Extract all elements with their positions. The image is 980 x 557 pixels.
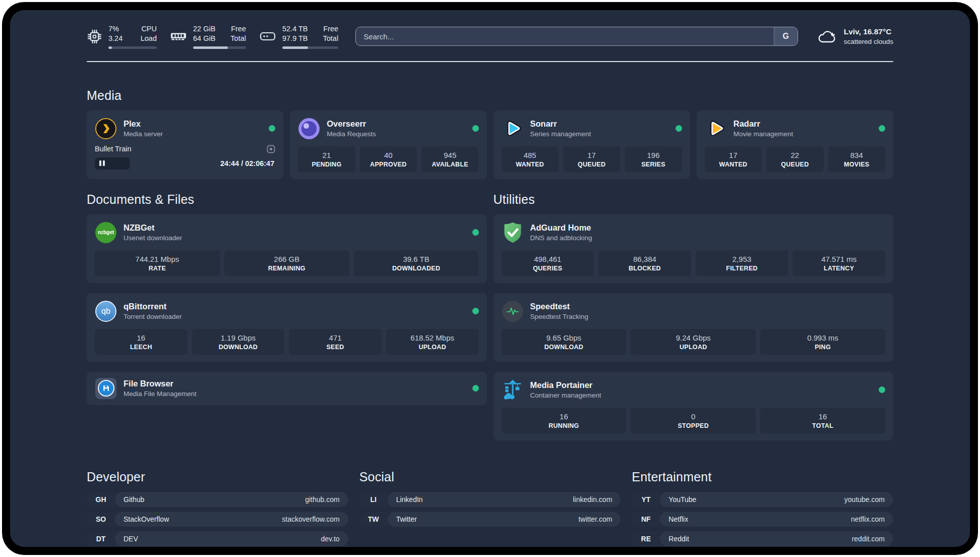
app-card-media-portainer[interactable]: Media Portainer Container management 16 … — [494, 372, 894, 440]
app-card-speedtest[interactable]: Speedtest Speedtest Tracking 9.65 Gbps D… — [494, 293, 894, 362]
search-input[interactable] — [355, 27, 798, 46]
app-card-nzbget[interactable]: nzbget NZBGet Usenet downloader 744.21 M… — [87, 214, 487, 283]
app-card-overseerr[interactable]: Overseerr Media Requests 21 PENDING 40 A… — [290, 110, 486, 179]
app-card-file-browser[interactable]: File Browser Media File Management — [87, 372, 487, 405]
bookmark-dev[interactable]: DT DEV dev.to — [87, 531, 348, 546]
app-description: DNS and adblocking — [530, 234, 592, 242]
bookmark-tag: DT — [87, 531, 115, 546]
app-description: Series management — [530, 130, 591, 138]
plex-icon — [95, 118, 116, 139]
app-card-adguard-home[interactable]: AdGuard Home DNS and adblocking 498,461 … — [494, 214, 894, 283]
radarr-icon — [705, 118, 727, 140]
section-title-developer: Developer — [87, 470, 348, 484]
app-name: Speedtest — [530, 302, 589, 311]
stat-tile: 9.65 Gbps DOWNLOAD — [502, 329, 627, 355]
adguard-icon — [502, 221, 524, 244]
bookmark-github[interactable]: GH Github github.com — [87, 492, 348, 507]
status-online-dot — [879, 386, 885, 393]
section-title-utilities: Utilities — [494, 192, 894, 207]
bookmark-tag: GH — [87, 492, 115, 507]
memory-total-label: Total — [230, 34, 246, 43]
portainer-icon — [502, 379, 524, 401]
bookmark-reddit[interactable]: RE Reddit reddit.com — [632, 531, 893, 546]
playback-progress-bar[interactable]: 24:44 / 02:06:47 — [95, 157, 275, 170]
session-device-icon[interactable] — [267, 145, 275, 153]
storage-free-label: Free — [323, 24, 338, 34]
header-divider — [87, 61, 893, 62]
memory-progress-fill — [193, 46, 228, 49]
bookmark-linkedin[interactable]: LI LinkedIn linkedin.com — [359, 492, 621, 507]
bookmark-tag: TW — [359, 512, 388, 527]
stat-tile: 471 SEED — [289, 329, 382, 355]
stat-tile: 16 TOTAL — [760, 408, 885, 433]
bookmark-url: twitter.com — [578, 515, 612, 523]
cpu-usage-value: 7% — [108, 24, 122, 34]
search-bar: G — [355, 27, 798, 46]
status-online-dot — [472, 125, 479, 132]
pause-icon — [99, 160, 105, 166]
stat-tile: 17 QUEUED — [563, 146, 620, 172]
section-media: Media Plex Media server — [87, 88, 893, 179]
stat-tile: 16 LEECH — [95, 329, 188, 355]
bookmark-name: StackOverflow — [124, 515, 169, 523]
status-online-dot — [472, 229, 479, 236]
section-utilities: Utilities — [494, 192, 894, 440]
stat-tile: 22 QUEUED — [766, 146, 823, 172]
bookmark-url: youtube.com — [844, 495, 885, 504]
stat-tile: 86,384 BLOCKED — [598, 250, 691, 276]
system-stat-cpu: 7% 3.24 CPU Load — [87, 24, 157, 49]
app-name: Sonarr — [530, 119, 591, 129]
header: 7% 3.24 CPU Load — [87, 24, 893, 49]
storage-total-label: Total — [323, 34, 339, 43]
bookmark-stackoverflow[interactable]: SO StackOverflow stackoverflow.com — [87, 512, 348, 527]
cloud-icon — [817, 29, 837, 44]
stat-tile: 2,953 FILTERED — [696, 250, 788, 276]
status-online-dot — [269, 125, 275, 132]
playback-time: 24:44 / 02:06:47 — [220, 159, 274, 168]
stat-tile: 0 STOPPED — [631, 408, 756, 433]
app-description: Media Requests — [327, 130, 376, 138]
status-online-dot — [879, 125, 885, 132]
memory-progress-track — [193, 46, 246, 49]
section-social: Social LI LinkedIn linkedin.com TW Twitt… — [359, 470, 621, 546]
file-browser-icon — [95, 378, 116, 399]
bookmark-tag: YT — [632, 492, 660, 507]
bookmark-name: Twitter — [396, 515, 417, 523]
app-card-sonarr[interactable]: Sonarr Series management 485 WANTED 17 Q… — [494, 110, 690, 179]
search-engine-button[interactable]: G — [774, 27, 798, 45]
bookmark-twitter[interactable]: TW Twitter twitter.com — [359, 512, 621, 527]
stat-tile: 485 WANTED — [502, 146, 559, 172]
app-description: Usenet downloader — [124, 234, 182, 242]
stat-tile: 196 SERIES — [625, 146, 682, 172]
section-developer: Developer GH Github github.com SO StackO… — [87, 470, 348, 546]
stat-tile: 16 RUNNING — [502, 408, 627, 433]
bookmark-netflix[interactable]: NF Netflix netflix.com — [632, 512, 893, 527]
storage-total-value: 97.9 TB — [282, 34, 308, 43]
sonarr-icon — [502, 118, 524, 140]
bookmark-name: Github — [124, 495, 144, 504]
bookmark-name: YouTube — [668, 495, 696, 504]
app-description: Container management — [530, 392, 601, 399]
app-card-radarr[interactable]: Radarr Movie management 17 WANTED 22 QUE… — [697, 110, 893, 179]
app-name: NZBGet — [124, 223, 182, 233]
speedtest-icon — [502, 301, 523, 322]
app-card-plex[interactable]: Plex Media server Bullet Train — [87, 110, 283, 179]
section-title-media: Media — [87, 88, 893, 103]
stat-tile: 618.52 Mbps UPLOAD — [386, 329, 479, 355]
weather-condition: scattered clouds — [844, 37, 893, 46]
cpu-progress-fill — [108, 46, 112, 49]
now-playing-title: Bullet Train — [95, 145, 132, 153]
bookmark-name: DEV — [124, 535, 138, 543]
stat-tile: 21 PENDING — [298, 146, 355, 172]
stat-tile: 744.21 Mbps RATE — [95, 250, 220, 276]
bookmark-tag: NF — [632, 512, 660, 527]
app-name: Overseerr — [327, 119, 376, 129]
bookmark-url: reddit.com — [852, 535, 885, 543]
storage-progress-track — [282, 46, 338, 49]
stat-tile: 1.19 Gbps DOWNLOAD — [192, 329, 285, 355]
bookmark-youtube[interactable]: YT YouTube youtube.com — [632, 492, 893, 507]
stat-tile: 17 WANTED — [705, 146, 762, 172]
section-title-documents: Documents & Files — [87, 192, 487, 207]
section-title-entertainment: Entertainment — [632, 470, 893, 484]
app-card-qbittorrent[interactable]: qb qBittorrent Torrent downloader 16 LEE… — [87, 293, 487, 362]
